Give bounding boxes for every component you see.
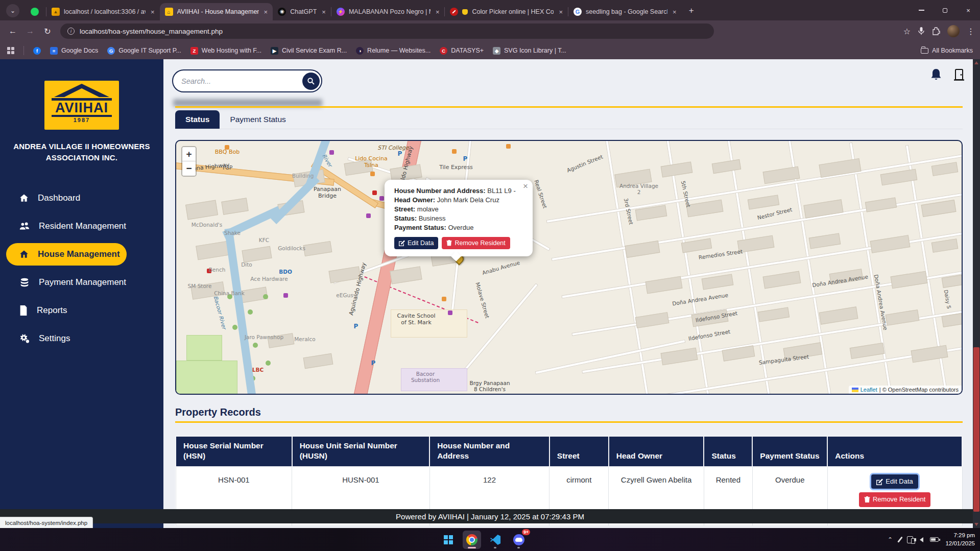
scroll-up-arrow[interactable] <box>974 61 978 64</box>
map-building <box>870 235 911 253</box>
map-building <box>625 241 660 258</box>
leaflet-link[interactable]: Leaflet <box>861 387 877 393</box>
scrollbar-thumb[interactable] <box>973 347 979 512</box>
trash-icon <box>446 240 452 246</box>
sidebar-item-label: Dashboard <box>38 193 80 203</box>
remove-resident-button[interactable]: Remove Resident <box>859 492 930 507</box>
taskbar-chrome[interactable] <box>463 531 481 549</box>
notification-bell-icon[interactable] <box>930 68 942 82</box>
tab-chatgpt[interactable]: ✳ ChatGPT × <box>273 3 331 20</box>
edit-data-button[interactable]: Edit Data <box>871 474 918 489</box>
discord-icon <box>513 534 524 545</box>
tab-messenger[interactable]: ⚡ MALABANAN Pozo Negro | Me × <box>331 3 445 20</box>
org-name: ANDREA VILLAGE II HOMEOWNERS ASSOCIATION… <box>9 141 154 163</box>
map-label: eEGus <box>336 292 353 298</box>
address-bar[interactable]: i localhost/hoa-system/house_management.… <box>60 23 714 39</box>
scroll-down-arrow[interactable] <box>974 523 978 526</box>
leaflet-map[interactable]: BBQ BobTGPTirona HighwaySTI CollegeLido … <box>175 140 963 395</box>
new-tab-button[interactable]: + <box>685 4 698 17</box>
minimize-button[interactable] <box>910 0 933 20</box>
popup-remove-resident-button[interactable]: Remove Resident <box>442 237 510 249</box>
docs-icon: ≡ <box>50 47 58 55</box>
tray-chevron-icon[interactable]: ⌃ <box>888 536 893 543</box>
forward-button[interactable]: → <box>22 23 38 39</box>
tab-colorpicker[interactable]: Color Picker online | HEX Co × <box>445 3 568 20</box>
zoom-out-button[interactable]: − <box>182 161 196 176</box>
apps-grid-icon[interactable] <box>7 47 14 54</box>
bookmark-google-docs[interactable]: ≡Google Docs <box>50 47 98 55</box>
sidebar-item-house-management[interactable]: House Management <box>6 243 127 266</box>
reload-button[interactable]: ↻ <box>40 23 55 39</box>
back-button[interactable]: ← <box>5 23 20 39</box>
pen-icon[interactable] <box>897 537 902 543</box>
start-button[interactable] <box>439 531 458 549</box>
close-window-button[interactable]: × <box>957 0 980 20</box>
aviihai-icon: ⌂ <box>165 8 173 16</box>
close-icon[interactable]: × <box>559 8 563 16</box>
bookmark-civil-service[interactable]: ▶Civil Service Exam R... <box>271 47 347 55</box>
sidebar-item-settings[interactable]: Settings <box>0 327 163 350</box>
bookmark-datasys[interactable]: CDATASYS+ <box>440 47 484 55</box>
popup-close-icon[interactable]: × <box>523 181 528 191</box>
map-tree <box>263 294 268 299</box>
map-building <box>681 238 712 253</box>
site-info-icon[interactable]: i <box>67 28 75 35</box>
clock-time: 7:29 pm <box>945 532 975 540</box>
popup-edit-data-button[interactable]: Edit Data <box>394 237 438 249</box>
map-label: Daisy S <box>943 290 952 309</box>
close-icon[interactable]: × <box>264 8 268 16</box>
tab-payment-status[interactable]: Payment Status <box>220 110 296 129</box>
col-header-owner: Head Owner <box>609 436 704 467</box>
facebook-bookmark-icon[interactable]: f <box>33 47 41 55</box>
tab-aviihai-active[interactable]: ⌂ AVIIHAI - House Management × <box>160 3 273 20</box>
tab-search-chevron-icon[interactable]: ⌄ <box>6 4 19 17</box>
taskbar-discord[interactable]: 9+ <box>510 531 528 549</box>
close-icon[interactable]: × <box>322 8 326 16</box>
map-building <box>390 266 422 284</box>
google-icon: G <box>573 8 582 16</box>
bookmark-web-hosting[interactable]: ZWeb Hosting with F... <box>190 47 261 55</box>
tab-google-search[interactable]: G seedling bag - Google Search × <box>568 3 682 20</box>
users-icon <box>19 221 30 231</box>
bookmark-svg-library[interactable]: ◈SVG Icon Library | T... <box>493 47 566 55</box>
bookmark-label: Google IT Support P... <box>118 47 181 54</box>
profile-avatar[interactable] <box>947 25 960 37</box>
map-building <box>942 313 963 327</box>
tab-status[interactable]: Status <box>175 110 220 129</box>
bookmark-relume[interactable]: ◑Relume — Websites... <box>356 47 431 55</box>
sidebar-item-dashboard[interactable]: Dashboard <box>0 187 163 209</box>
tab-phpmyadmin[interactable]: ▲ localhost / localhost:3306 / aviil × <box>46 3 160 20</box>
map-building <box>221 198 248 215</box>
menu-kebab-icon[interactable]: ⋮ <box>967 27 975 36</box>
sidebar-item-payment-management[interactable]: Payment Management <box>0 271 163 294</box>
taskbar-vscode[interactable] <box>486 531 505 549</box>
taskbar-clock[interactable]: 7:29 pm 12/01/2025 <box>945 532 975 547</box>
all-bookmarks-button[interactable]: All Bookmarks <box>921 47 973 54</box>
logout-door-icon[interactable] <box>953 68 965 82</box>
map-label: Ace Hardware <box>250 276 288 282</box>
page-scrollbar[interactable] <box>973 59 980 528</box>
popup-field: Payment Status: Overdue <box>394 223 523 232</box>
extensions-icon[interactable] <box>932 27 940 35</box>
zoom-in-button[interactable]: + <box>182 147 196 161</box>
close-icon[interactable]: × <box>673 8 677 16</box>
gears-icon <box>19 333 30 344</box>
bookmark-star-icon[interactable]: ☆ <box>903 27 911 36</box>
battery-icon[interactable] <box>930 537 939 542</box>
sidebar-item-resident-management[interactable]: Resident Management <box>0 215 163 237</box>
folder-icon <box>921 48 928 54</box>
bookmark-label: Web Hosting with F... <box>202 47 261 54</box>
bookmark-google-it[interactable]: GGoogle IT Support P... <box>107 47 181 55</box>
search-input[interactable] <box>181 77 302 85</box>
sidebar-item-reports[interactable]: Reports <box>0 299 163 322</box>
popup-field: Status: Business <box>394 214 523 223</box>
map-label: Jaro Pawnshop <box>245 334 283 340</box>
close-icon[interactable]: × <box>151 8 155 16</box>
pinned-tab-spotify[interactable] <box>23 3 46 20</box>
search-button[interactable] <box>302 73 320 90</box>
close-icon[interactable]: × <box>436 8 440 16</box>
maximize-button[interactable] <box>933 0 957 20</box>
speaker-icon[interactable] <box>920 537 923 542</box>
mic-icon[interactable] <box>918 27 925 35</box>
phone-link-icon[interactable] <box>907 536 913 543</box>
